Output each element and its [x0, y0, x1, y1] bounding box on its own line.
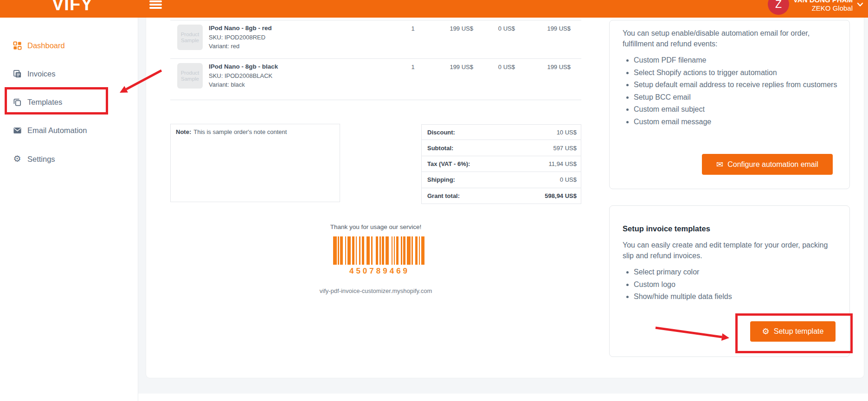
bullet-item: Show/hide multiple data fields [634, 292, 849, 302]
product-variant: Variant: red [209, 43, 239, 50]
dashboard-grid-icon [13, 41, 22, 50]
sidebar-item-invoices[interactable]: Invoices [0, 64, 138, 83]
product-thumbnail: Product Sample [177, 25, 203, 50]
sidebar-item-label: Dashboard [27, 41, 65, 50]
barcode [333, 236, 426, 265]
email-icon [13, 126, 22, 135]
app-header: VIFY Z VAN DONG PHAM ZEKO Global [0, 0, 868, 18]
product-title: IPod Nano - 8gb - black [209, 63, 278, 70]
settings-gear-icon: ⚙ [13, 154, 22, 164]
sidebar-item-email-automation[interactable]: Email Automation [0, 121, 138, 140]
sidebar: Dashboard Invoices Templates Email Autom… [0, 18, 138, 401]
item-total: 199 US$ [547, 64, 571, 70]
user-org: ZEKO Global [793, 4, 853, 13]
note-text: This is sample order's note content [193, 128, 287, 135]
bullet-item: Setup BCC email [634, 92, 849, 103]
item-price: 199 US$ [450, 25, 473, 32]
sidebar-item-dashboard[interactable]: Dashboard [0, 36, 138, 55]
sidebar-item-label: Settings [27, 155, 55, 164]
total-row-shipping: Shipping: 0 US$ [421, 172, 581, 188]
barcode-number: 450789469 [328, 267, 431, 276]
product-variant: Variant: black [209, 81, 245, 88]
bullet-item: Custom email message [634, 117, 849, 127]
automation-email-card: You can setup enable/disable automation … [609, 20, 850, 189]
configure-automation-email-button[interactable]: ✉ Configure automation email [702, 154, 833, 175]
envelope-icon: ✉ [716, 160, 723, 169]
templates-card-heading: Setup invoice templates [623, 224, 836, 233]
chevron-down-icon[interactable] [857, 1, 863, 8]
product-title: IPod Nano - 8gb - red [209, 25, 272, 32]
line-item-row: Product Sample IPod Nano - 8gb - red SKU… [170, 20, 581, 58]
bullet-item: Select primary color [634, 267, 849, 278]
item-price: 199 US$ [450, 64, 473, 70]
sidebar-item-label: Email Automation [27, 126, 87, 135]
invoices-icon [13, 69, 22, 78]
totals-table: Discount: 10 US$ Subtotal: 597 US$ Tax (… [421, 124, 581, 204]
order-note: Note:This is sample order's note content [170, 124, 340, 202]
templates-bullets: Select primary color Custom logo Show/hi… [610, 267, 849, 302]
note-label: Note: [176, 128, 191, 135]
user-info: VAN DONG PHAM ZEKO Global [793, 0, 853, 13]
total-row-subtotal: Subtotal: 597 US$ [421, 140, 581, 156]
annotation-box-setup-template [735, 313, 853, 353]
bullet-item: Setup default email address to receive r… [634, 80, 849, 90]
bullet-item: Custom PDF filename [634, 55, 849, 66]
page-bottom-strip [138, 394, 868, 401]
sidebar-item-label: Invoices [27, 70, 56, 78]
total-row-grand-total: Grant total: 598,94 US$ [421, 188, 581, 204]
item-quantity: 1 [402, 64, 424, 70]
bullet-item: Custom email subject [634, 104, 849, 115]
item-quantity: 1 [402, 25, 424, 32]
annotation-box-templates [5, 87, 108, 115]
thank-you-message: Thank you for usage our service! [170, 223, 581, 230]
bullet-item: Custom logo [634, 280, 849, 290]
app-logo: VIFY [52, 0, 93, 14]
user-name: VAN DONG PHAM [793, 0, 853, 4]
line-item-row: Product Sample IPod Nano - 8gb - black S… [170, 58, 581, 100]
product-thumbnail: Product Sample [177, 63, 203, 89]
item-discount: 0 US$ [498, 64, 515, 70]
bullet-item: Select Shopify actions to trigger automa… [634, 68, 849, 78]
store-domain: vify-pdf-invoice-customizer.myshopify.co… [170, 287, 581, 294]
avatar[interactable]: Z [768, 0, 789, 15]
invoice-line-items: Product Sample IPod Nano - 8gb - red SKU… [170, 20, 581, 100]
hamburger-menu-icon[interactable] [149, 0, 162, 11]
automation-bullets: Custom PDF filename Select Shopify actio… [610, 55, 849, 127]
product-sku: SKU: IPOD2008BLACK [209, 72, 272, 79]
item-total: 199 US$ [547, 25, 571, 32]
user-menu[interactable]: Z VAN DONG PHAM ZEKO Global [768, 0, 863, 15]
templates-intro: You can easily create and edit template … [623, 240, 836, 261]
sidebar-item-settings[interactable]: ⚙ Settings [0, 150, 138, 168]
item-discount: 0 US$ [498, 25, 515, 32]
product-sku: SKU: IPOD2008RED [209, 34, 265, 41]
automation-intro: You can setup enable/disable automation … [623, 28, 836, 49]
total-row-tax: Tax (VAT - 6%): 11,94 US$ [421, 156, 581, 172]
total-row-discount: Discount: 10 US$ [421, 124, 581, 140]
